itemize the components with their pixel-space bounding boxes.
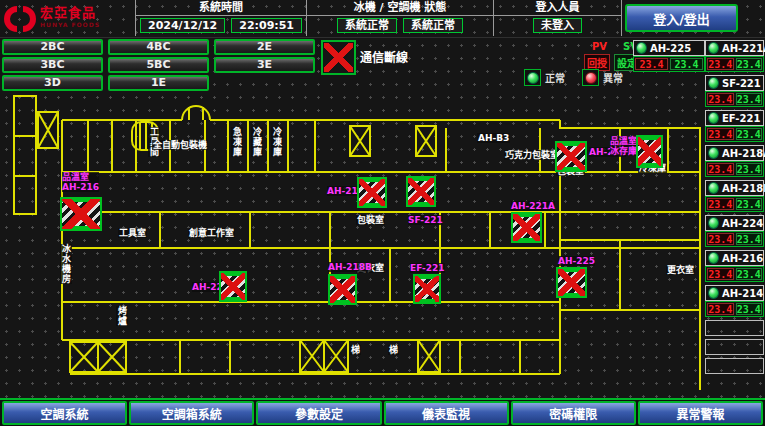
unit-name-button[interactable]: AH-218A	[705, 145, 764, 161]
unit-entry-ah-225: AH-22523.423.4	[633, 40, 705, 72]
nav-ac-system[interactable]: 空調系統	[2, 401, 127, 425]
unit-panel-strip: AH-221A23.423.4SF-22123.423.4EF-22123.42…	[705, 40, 764, 377]
floor-button-3d[interactable]: 3D	[2, 75, 103, 91]
unit-sv-value: 23.4	[736, 93, 763, 105]
room-label: 創意工作室	[188, 228, 235, 238]
unit-status-led-icon	[708, 253, 719, 264]
unit-status-led-icon	[708, 183, 719, 194]
unit-panel-ah225: AH-22523.423.4	[633, 40, 705, 75]
header: 宏亞食品 HUNYA FOODS 系統時間 2024/12/12 22:09:5…	[0, 0, 765, 38]
plan-unit-marker-ah-218a[interactable]	[357, 177, 387, 208]
plan-unit-label-line: SF-221	[408, 215, 443, 225]
plan-unit-label-line: 品溫室	[610, 136, 637, 146]
nav-parameter-settings[interactable]: 參數設定	[256, 401, 381, 425]
floor-button-5bc[interactable]: 5BC	[108, 57, 209, 73]
unit-sv-value: 23.4	[736, 128, 763, 140]
plan-unit-label-冰存庫: 品溫室冰存庫	[610, 136, 637, 156]
login-section: 登入人員 未登入	[493, 0, 622, 36]
plan-unit-label-ah-216: 品溫室AH-216	[62, 172, 99, 192]
pv-header: PV	[592, 41, 607, 52]
plan-unit-marker-冰存庫[interactable]	[636, 135, 663, 168]
unit-name-button[interactable]: EF-221	[705, 110, 764, 126]
unit-status-led-icon	[708, 78, 719, 89]
unit-name-button[interactable]: AH-216	[705, 250, 764, 266]
hunya-logo-icon	[4, 4, 36, 34]
unit-values-row: 23.423.4	[705, 56, 764, 72]
plan-unit-label-ah-221a: AH-221A	[511, 201, 555, 211]
floor-button-4bc[interactable]: 4BC	[108, 39, 209, 55]
plan-unit-label-line: 冰存庫	[610, 146, 637, 156]
unit-name-button[interactable]: AH-224	[705, 215, 764, 231]
floor-button-3bc[interactable]: 3BC	[2, 57, 103, 73]
system-date-value: 2024/12/12	[140, 18, 225, 33]
unit-sv-value: 23.4	[736, 58, 763, 70]
floor-button-1e[interactable]: 1E	[108, 75, 209, 91]
unit-entry-sf-221: SF-22123.423.4	[705, 75, 764, 107]
unit-name-button[interactable]: SF-221	[705, 75, 764, 91]
plan-unit-marker-ah-225[interactable]	[556, 267, 587, 298]
unit-name-button[interactable]: AH-218B	[705, 180, 764, 196]
unit-sv-value: 23.4	[736, 303, 763, 315]
plan-unit-label-line: AH-225	[558, 256, 595, 266]
plan-unit-label-ah-225: AH-225	[558, 256, 595, 266]
unit-name-label: AH-224	[722, 218, 763, 229]
unit-pv-value: 23.4	[707, 268, 734, 280]
unit-values-row: 23.423.4	[705, 196, 764, 212]
login-label: 登入人員	[494, 0, 621, 16]
machine-status-section: 冰機 / 空調機 狀態 系統正常 系統正常	[306, 0, 494, 36]
unit-pv-value: 23.4	[707, 303, 734, 315]
plan-unit-label-line: AH-216	[62, 182, 99, 192]
plan-unit-marker-ah-218b[interactable]	[328, 274, 357, 305]
plan-unit-marker-ef-221[interactable]	[413, 274, 441, 304]
unit-pv-value: 23.4	[635, 58, 668, 70]
unit-name-label: AH-216	[722, 253, 763, 264]
floor-button-2bc[interactable]: 2BC	[2, 39, 103, 55]
unit-name-label: AH-221A	[722, 43, 765, 54]
unit-name-label: AH-218A	[722, 148, 765, 159]
room-label: 梯	[388, 345, 399, 355]
room-label: AH-B3	[477, 133, 510, 143]
plan-unit-label-line: 品溫室	[62, 172, 99, 182]
nav-password-auth[interactable]: 密碼權限	[511, 401, 636, 425]
plan-unit-marker-ah-224[interactable]	[219, 271, 247, 302]
unit-empty-slot	[705, 320, 764, 336]
plan-unit-label-line: EF-221	[410, 263, 445, 273]
unit-pv-value: 23.4	[707, 58, 734, 70]
floor-button-3e[interactable]: 3E	[214, 57, 315, 73]
pv-sv-legend: PV SV 回授 設定	[584, 41, 640, 71]
unit-name-button[interactable]: AH-221A	[705, 40, 764, 56]
abnormal-led-icon	[582, 69, 599, 86]
nav-ahu-system[interactable]: 空調箱系統	[129, 401, 254, 425]
room-label: 冷凍庫	[271, 127, 283, 157]
plan-unit-marker-ah-214[interactable]	[555, 141, 587, 172]
plan-unit-label-ef-221: EF-221	[410, 263, 445, 273]
unit-status-led-icon	[708, 218, 719, 229]
unit-name-label: AH-214	[722, 288, 763, 299]
unit-name-button[interactable]: AH-214	[705, 285, 764, 301]
abnormal-legend: 異常	[582, 69, 623, 86]
comm-loss-icon	[321, 40, 356, 75]
room-label: 包裝室	[356, 215, 385, 225]
unit-pv-value: 23.4	[707, 198, 734, 210]
floor-button-2e[interactable]: 2E	[214, 39, 315, 55]
nav-meter-monitor[interactable]: 儀表監視	[384, 401, 509, 425]
room-label: 全自動包裝機	[152, 140, 208, 150]
unit-entry-ah-218a: AH-218A23.423.4	[705, 145, 764, 177]
unit-status-led-icon	[708, 43, 719, 54]
unit-status-led-icon	[708, 113, 719, 124]
plan-unit-label-line: AH-218B	[328, 262, 372, 272]
login-logout-button[interactable]: 登入/登出	[625, 4, 738, 32]
room-label: 冷藏庫	[251, 127, 263, 157]
plan-unit-marker-ah-221a[interactable]	[511, 212, 542, 243]
plan-unit-label-line: AH-221A	[511, 201, 555, 211]
unit-status-led-icon	[708, 148, 719, 159]
plan-unit-marker-ah-216[interactable]	[60, 197, 102, 231]
chiller-status-value: 系統正常	[337, 18, 397, 33]
unit-values-row: 23.423.4	[705, 91, 764, 107]
plan-unit-label-sf-221: SF-221	[408, 215, 443, 225]
plan-unit-marker-sf-221[interactable]	[406, 176, 436, 207]
unit-name-button[interactable]: AH-225	[633, 40, 705, 56]
hmi-screen: 宏亞食品 HUNYA FOODS 系統時間 2024/12/12 22:09:5…	[0, 0, 765, 426]
unit-values-row: 23.423.4	[705, 266, 764, 282]
nav-alarm[interactable]: 異常警報	[638, 401, 763, 425]
